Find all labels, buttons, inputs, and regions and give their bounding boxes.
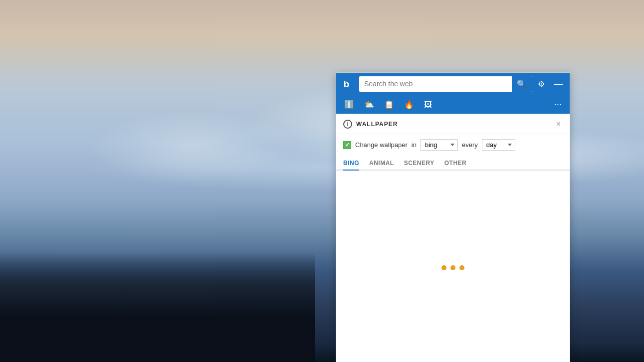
more-icon: ··· [554,99,562,109]
svg-text:b: b [343,79,349,89]
panel-close-button[interactable]: × [554,119,563,130]
in-label: in [412,141,417,149]
panel-header: i WALLPAPER × [336,114,570,134]
search-button[interactable]: 🔍 [512,76,532,92]
search-bar: b 🔍 ⚙ — [336,73,570,95]
every-label: every [462,141,478,149]
bing-widget: b 🔍 ⚙ — ℹ️ ⛅ 📋 🔥 🖼 [336,72,570,362]
tab-other[interactable]: OTHER [444,156,467,171]
news-icon: 📋 [384,100,394,109]
close-icon: × [556,120,561,128]
wallpaper-controls: Change wallpaper in bing nature animals … [336,134,570,156]
tab-scenery[interactable]: SCENERY [404,156,434,171]
loading-dot-2 [450,265,455,270]
info-icon: ℹ️ [344,100,354,109]
interval-select[interactable]: day week month [482,139,515,151]
loading-dot-3 [459,265,464,270]
gear-icon: ⚙ [538,80,545,88]
change-wallpaper-label: Change wallpaper [355,141,408,149]
minimize-icon: — [554,79,563,89]
crowd-silhouette [0,252,315,362]
toolbar-weather-button[interactable]: ⛅ [360,98,378,111]
wallpaper-panel: i WALLPAPER × Change wallpaper in bing n… [336,114,570,362]
weather-icon: ⛅ [364,100,374,109]
source-select[interactable]: bing nature animals [421,139,458,151]
bing-logo: b [340,76,356,92]
settings-button[interactable]: ⚙ [535,77,548,91]
panel-title: WALLPAPER [356,121,554,128]
loading-dots [441,265,464,270]
search-input-wrapper: 🔍 [359,76,532,92]
panel-info-icon: i [343,120,352,129]
wallpaper-checkbox[interactable] [343,141,351,149]
loading-dot-1 [441,265,446,270]
category-tabs: BING ANIMAL SCENERY OTHER [336,156,570,171]
image-icon: 🖼 [424,100,432,109]
tab-bing[interactable]: BING [343,156,359,171]
toolbar-info-button[interactable]: ℹ️ [340,98,358,111]
search-icon: 🔍 [517,79,527,89]
search-input[interactable] [359,77,512,91]
toolbar: ℹ️ ⛅ 📋 🔥 🖼 ··· [336,95,570,114]
toolbar-images-button[interactable]: 🖼 [420,98,436,111]
toolbar-more-button[interactable]: ··· [550,97,566,112]
content-area [336,171,570,362]
toolbar-news-button[interactable]: 📋 [380,98,398,111]
fire-icon: 🔥 [404,100,414,109]
minimize-button[interactable]: — [551,77,566,90]
tab-animal[interactable]: ANIMAL [369,156,394,171]
toolbar-trending-button[interactable]: 🔥 [400,98,418,111]
